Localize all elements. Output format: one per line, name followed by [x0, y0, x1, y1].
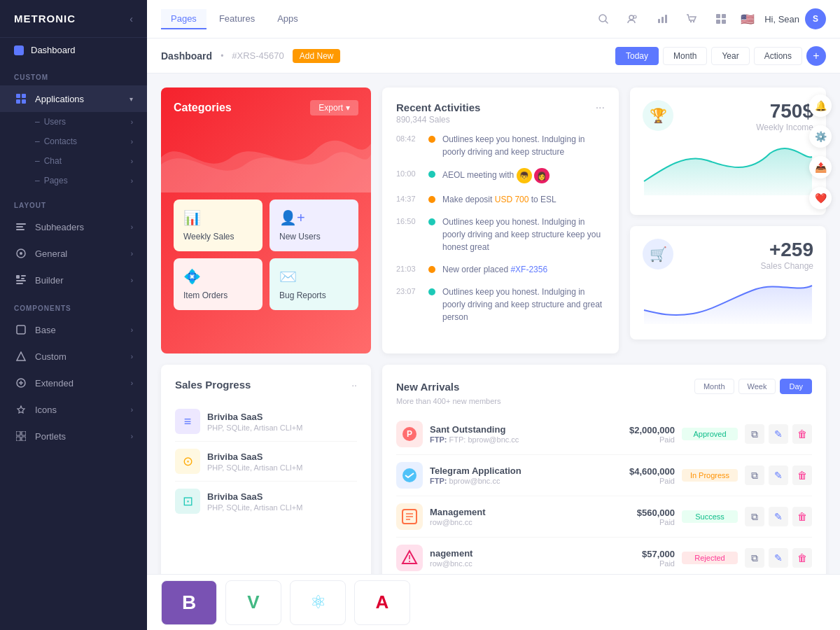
tab-week[interactable]: Week: [738, 379, 776, 394]
telegram-icon: [396, 462, 423, 489]
sidebar-item-portlets[interactable]: Portlets ›: [0, 423, 147, 449]
today-button[interactable]: Today: [615, 47, 659, 65]
sidebar-item-pages[interactable]: – Pages ›: [0, 171, 147, 190]
sales-progress-menu-icon[interactable]: ··: [351, 379, 357, 391]
cat-item-item-orders[interactable]: 💠 Item Orders: [174, 258, 262, 310]
tab-apps[interactable]: Apps: [267, 9, 308, 29]
sidebar-item-contacts[interactable]: – Contacts ›: [0, 132, 147, 151]
edit-icon[interactable]: ✎: [769, 424, 788, 444]
svg-rect-0: [16, 94, 20, 98]
tab-features[interactable]: Features: [209, 9, 265, 29]
brand-logo: METRONIC: [14, 13, 76, 24]
month-button[interactable]: Month: [663, 47, 707, 65]
delete-icon[interactable]: 🗑: [792, 424, 812, 444]
nagement-actions: ⧉ ✎ 🗑: [745, 548, 812, 568]
cat-item-new-users[interactable]: 👤+ New Users: [270, 200, 358, 251]
tab-pages[interactable]: Pages: [161, 9, 206, 29]
cat-item-bug-reports[interactable]: ✉️ Bug Reports: [270, 258, 358, 310]
arrivals-row: Telegram Application FTP: bprow@bnc.cc $…: [396, 455, 812, 496]
copy-icon[interactable]: ⧉: [745, 465, 764, 485]
tab-day[interactable]: Day: [780, 379, 812, 394]
recent-activities-card: Recent Activities 890,344 Sales ··· 08:4…: [382, 88, 619, 354]
edit-icon[interactable]: ✎: [769, 465, 788, 485]
activity-item: 21:03 New order placed #XF-2356: [396, 263, 605, 276]
add-new-button[interactable]: Add New: [293, 49, 341, 63]
base-chevron-icon: ›: [131, 326, 133, 334]
chart-icon[interactable]: [652, 9, 672, 29]
delete-icon[interactable]: 🗑: [792, 507, 812, 526]
bug-reports-icon: ✉️: [279, 268, 349, 285]
subheaders-icon: [14, 220, 28, 234]
saas2-sub: PHP, SQLite, Artisan CLI+M: [207, 463, 357, 472]
sidebar-item-dashboard[interactable]: Dashboard: [0, 38, 147, 62]
react-icon[interactable]: ⚛: [290, 580, 346, 625]
svg-rect-11: [21, 278, 24, 279]
settings-icon[interactable]: ⚙️: [809, 125, 832, 148]
portlets-chevron-icon: ›: [131, 433, 133, 440]
actions-button[interactable]: Actions: [754, 47, 802, 65]
sales-item: ⊡ Briviba SaaS PHP, SQLite, Artisan CLI+…: [175, 482, 357, 521]
sant-status: Approved: [682, 428, 738, 440]
item-orders-icon: 💠: [183, 268, 253, 285]
svg-rect-34: [716, 20, 720, 24]
bell-icon[interactable]: 🔔: [809, 94, 832, 117]
vue-icon[interactable]: V: [225, 580, 281, 625]
sidebar-item-custom[interactable]: Custom ›: [0, 343, 147, 370]
weekly-income-card: 🏆 750$ Weekly Income: [630, 88, 826, 215]
export-button[interactable]: Export ▾: [310, 100, 358, 115]
svg-rect-3: [22, 99, 26, 104]
telegram-name: Telegram Application: [430, 465, 605, 476]
sidebar-item-base[interactable]: Base ›: [0, 316, 147, 343]
bootstrap-icon[interactable]: B: [161, 580, 217, 625]
users-nav-icon[interactable]: [623, 9, 643, 29]
sidebar-item-icons[interactable]: Icons ›: [0, 396, 147, 423]
edit-icon[interactable]: ✎: [769, 548, 788, 568]
svg-rect-19: [16, 431, 20, 435]
copy-icon[interactable]: ⧉: [745, 424, 764, 444]
categories-header: Categories Export ▾: [161, 88, 371, 122]
svg-point-25: [629, 15, 634, 20]
add-button[interactable]: +: [806, 46, 826, 66]
copy-icon[interactable]: ⧉: [745, 548, 764, 568]
cat-item-weekly-sales[interactable]: 📊 Weekly Sales: [174, 200, 262, 251]
sidebar-item-users[interactable]: – Users ›: [0, 112, 147, 132]
sidebar-collapse-icon[interactable]: ‹: [130, 13, 133, 24]
flag-icon: 🇺🇸: [741, 13, 755, 26]
svg-rect-9: [16, 275, 20, 279]
svg-rect-13: [16, 283, 23, 284]
copy-icon[interactable]: ⧉: [745, 507, 764, 526]
user-avatar[interactable]: S: [805, 8, 826, 29]
sidebar-item-extended[interactable]: Extended ›: [0, 370, 147, 396]
edit-icon[interactable]: ✎: [769, 507, 788, 526]
activity-text: New order placed #XF-2356: [442, 263, 605, 276]
telegram-sub: FTP: bprow@bnc.cc: [430, 477, 605, 485]
sales-change-label: Sales Change: [761, 261, 813, 271]
saas1-info: Briviba SaaS PHP, SQLite, Artisan CLI+M: [207, 412, 357, 432]
sidebar-item-chat[interactable]: – Chat ›: [0, 151, 147, 171]
user-greeting: Hi, Sean: [764, 14, 799, 24]
send-icon[interactable]: 📤: [809, 156, 832, 178]
angular-icon[interactable]: A: [354, 580, 410, 625]
nagement-name: nagement: [430, 548, 605, 559]
sales-item: ⊙ Briviba SaaS PHP, SQLite, Artisan CLI+…: [175, 442, 357, 482]
income-icon: 🏆: [643, 100, 673, 131]
builder-chevron-icon: ›: [131, 276, 133, 284]
sidebar-item-builder[interactable]: Builder ›: [0, 267, 147, 293]
tab-month[interactable]: Month: [694, 379, 734, 394]
grid-icon[interactable]: [711, 9, 731, 29]
base-icon: [14, 323, 28, 337]
search-icon[interactable]: [594, 9, 613, 29]
svg-point-26: [634, 15, 636, 18]
svg-rect-2: [16, 99, 20, 104]
cart-icon[interactable]: [682, 9, 701, 29]
delete-icon[interactable]: 🗑: [792, 465, 812, 485]
activities-menu-icon[interactable]: ···: [596, 102, 605, 114]
delete-icon[interactable]: 🗑: [792, 548, 812, 568]
sidebar-item-subheaders[interactable]: Subheaders ›: [0, 214, 147, 240]
sidebar-item-applications[interactable]: Applications ▾: [0, 85, 147, 112]
weekly-sales-icon: 📊: [183, 209, 253, 226]
year-button[interactable]: Year: [711, 47, 749, 65]
sidebar-item-general[interactable]: General ›: [0, 240, 147, 267]
heart-icon[interactable]: ❤️: [809, 187, 832, 209]
saas1-icon: ≡: [175, 409, 200, 434]
